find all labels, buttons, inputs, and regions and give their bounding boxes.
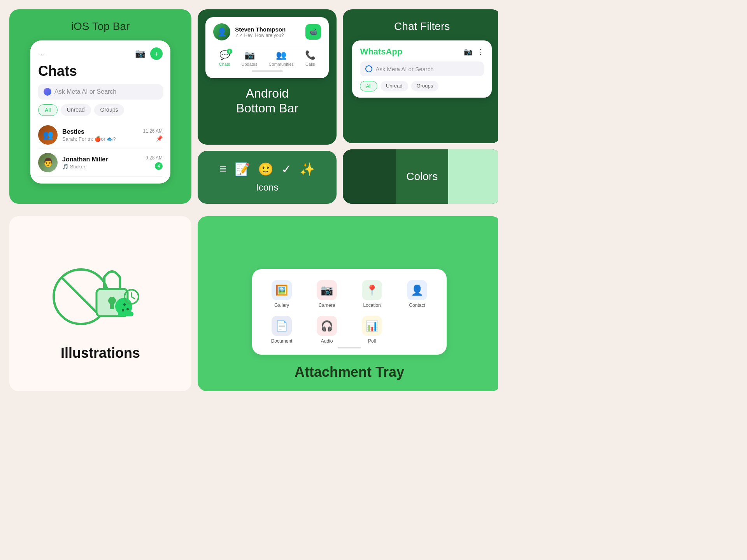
filters-pills: All Unread Groups	[360, 81, 484, 91]
icons-card: ≡ 📝 🙂 ✓ ✨ Icons	[198, 151, 337, 204]
poll-label: Poll	[368, 338, 376, 344]
filters-card-title: Chat Filters	[394, 20, 450, 33]
colors-label: Colors	[406, 170, 438, 183]
svg-point-10	[123, 303, 126, 306]
check-icon: ✓	[281, 162, 292, 177]
android-card-label: AndroidBottom Bar	[236, 86, 298, 116]
document-icon: 📄	[272, 316, 292, 336]
color-block-dark	[343, 149, 396, 204]
location-icon: 📍	[362, 280, 382, 300]
meta-ai-icon	[44, 88, 51, 96]
besties-info: Besties Sarah: For tn: 🍎or 🐟?	[62, 128, 138, 142]
location-item[interactable]: 📍 Location	[353, 280, 391, 308]
attachment-mockup: 🖼️ Gallery 📷 Camera 📍 Location 👤 Contact	[252, 269, 447, 355]
ios-card-title: iOS Top Bar	[71, 20, 130, 33]
besties-avatar: 👥	[38, 125, 58, 145]
gallery-label: Gallery	[274, 303, 289, 308]
pin-icon: 📌	[156, 135, 163, 142]
chats-badge: 9	[227, 49, 232, 54]
android-top-row: 👤 Steven Thompson ✓✓ Hey! How are you? 📹	[213, 23, 321, 40]
bottom-indicator	[252, 70, 283, 72]
nav-calls-label: Calls	[305, 62, 315, 66]
jonathan-avatar: 👨	[38, 153, 58, 172]
chat-item-besties[interactable]: 👥 Besties Sarah: For tn: 🍎or 🐟? 11:26 AM…	[38, 121, 163, 149]
meta-ai-icon-filter	[365, 65, 372, 72]
add-icon[interactable]: ＋	[150, 47, 163, 60]
contact-item[interactable]: 👤 Contact	[398, 280, 436, 308]
more-icon-filter[interactable]: ⋮	[477, 47, 484, 56]
audio-icon: 🎧	[317, 316, 337, 336]
phone-top-icons: 📷 ＋	[135, 47, 163, 60]
android-phone-mockup: 👤 Steven Thompson ✓✓ Hey! How are you? 📹…	[205, 17, 329, 78]
camera-label: Camera	[319, 303, 335, 308]
attachment-separator	[338, 347, 361, 348]
document-label: Document	[271, 338, 293, 344]
illustrations-card: Illustrations	[9, 216, 191, 391]
svg-line-1	[61, 277, 100, 316]
nav-updates-label: Updates	[242, 62, 258, 66]
nav-chats-label: Chats	[219, 62, 230, 66]
camera-att-icon: 📷	[317, 280, 337, 300]
edit-list-icon: 📝	[235, 162, 250, 177]
nav-updates-icon: 📷	[244, 50, 255, 60]
svg-point-11	[126, 308, 129, 310]
svg-line-8	[132, 297, 135, 299]
nav-updates[interactable]: 📷 Updates	[242, 50, 258, 66]
android-contact-status: ✓✓ Hey! How are you?	[235, 33, 286, 38]
filters-phone-mockup: WhatsApp 📷 ⋮ Ask Meta AI or Search All U…	[352, 40, 492, 98]
camera-icon-filter[interactable]: 📷	[464, 47, 472, 56]
icons-label: Icons	[256, 182, 278, 193]
gallery-icon: 🖼️	[272, 280, 292, 300]
nav-communities[interactable]: 👥 Communities	[269, 50, 294, 66]
nav-communities-label: Communities	[269, 62, 294, 66]
illustration-svg	[46, 246, 155, 336]
filter-pill-all[interactable]: All	[360, 81, 377, 91]
nav-calls-icon: 📞	[305, 50, 316, 60]
audio-item[interactable]: 🎧 Audio	[308, 316, 345, 344]
filters-search-bar[interactable]: Ask Meta AI or Search	[360, 61, 484, 76]
filters-action-icons: 📷 ⋮	[464, 47, 484, 56]
android-contact-avatar: 👤	[213, 23, 230, 40]
contact-icon: 👤	[407, 280, 427, 300]
sparkle-icon: ✨	[300, 162, 315, 177]
list-icon: ≡	[219, 162, 227, 177]
location-label: Location	[363, 303, 381, 308]
svg-point-12	[122, 309, 124, 312]
emoji-icon: 🙂	[258, 162, 274, 177]
document-item[interactable]: 📄 Document	[263, 316, 300, 344]
svg-point-3	[108, 297, 116, 304]
jonathan-info: Jonathan Miller 🎵 Sticker	[62, 156, 141, 170]
android-video-button[interactable]: 📹	[305, 24, 321, 40]
besties-meta: 11:26 AM 📌	[143, 128, 163, 142]
chats-heading: Chats	[38, 63, 163, 79]
illustrations-label: Illustrations	[61, 345, 140, 361]
poll-item[interactable]: 📊 Poll	[353, 316, 391, 344]
nav-communities-icon: 👥	[276, 50, 286, 60]
ios-top-bar-card: iOS Top Bar ··· 📷 ＋ Chats Ask Meta AI or…	[9, 9, 191, 204]
android-bottom-bar-card: 👤 Steven Thompson ✓✓ Hey! How are you? 📹…	[198, 9, 337, 145]
ios-search-bar[interactable]: Ask Meta AI or Search	[38, 84, 163, 100]
attachment-label: Attachment Tray	[295, 364, 404, 380]
filter-groups-pill[interactable]: Groups	[94, 104, 124, 116]
filter-pill-groups[interactable]: Groups	[411, 81, 439, 91]
jonathan-badge: 4	[155, 162, 163, 170]
attachment-row2: 📄 Document 🎧 Audio 📊 Poll	[263, 316, 436, 344]
filters-top-bar: WhatsApp 📷 ⋮	[360, 47, 484, 57]
phone-top-bar: ··· 📷 ＋	[38, 47, 163, 60]
gallery-item[interactable]: 🖼️ Gallery	[263, 280, 300, 308]
ios-filter-pills: All Unread Groups	[38, 104, 163, 116]
nav-chats[interactable]: 💬 9 Chats	[219, 50, 230, 66]
jonathan-preview: 🎵 Sticker	[62, 164, 141, 170]
colors-card: Colors	[343, 149, 498, 204]
filter-pill-unread[interactable]: Unread	[381, 81, 408, 91]
chat-item-jonathan[interactable]: 👨 Jonathan Miller 🎵 Sticker 9:28 AM 4	[38, 149, 163, 177]
camera-icon[interactable]: 📷	[135, 49, 146, 59]
filter-all-pill[interactable]: All	[38, 104, 58, 116]
nav-calls[interactable]: 📞 Calls	[305, 50, 316, 66]
besties-name: Besties	[62, 128, 138, 135]
dots-icon: ···	[38, 50, 45, 58]
svg-rect-9	[118, 312, 133, 316]
filter-unread-pill[interactable]: Unread	[61, 104, 91, 116]
camera-item[interactable]: 📷 Camera	[308, 280, 345, 308]
jonathan-time: 9:28 AM	[146, 155, 163, 161]
